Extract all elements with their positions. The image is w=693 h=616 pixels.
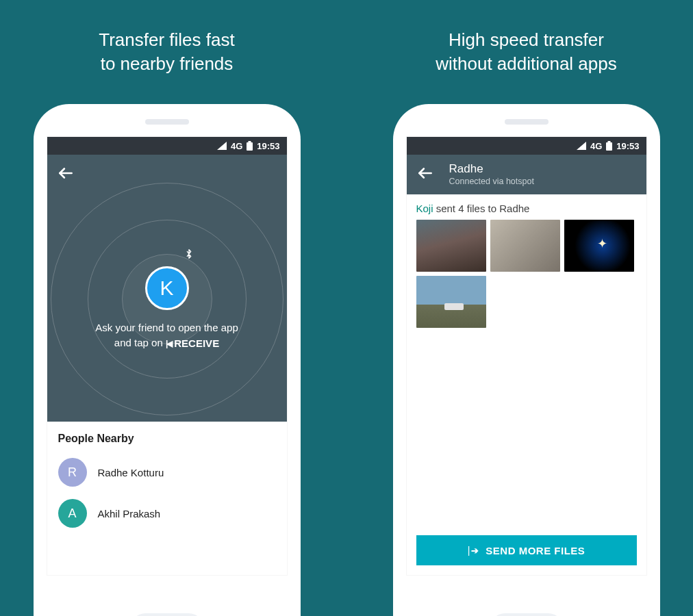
phone-screen-left: 4G 19:53 [47, 137, 287, 575]
radar-instruction-line1: Ask your friend to open the app [47, 320, 287, 336]
battery-icon [606, 141, 612, 151]
file-thumbnail[interactable] [416, 276, 486, 328]
status-time: 19:53 [257, 141, 279, 151]
appbar-subtitle: Connected via hotspot [449, 177, 534, 187]
send-more-files-label: SEND MORE FILES [486, 545, 585, 556]
radar-avatar: K [145, 266, 189, 310]
person-name: Akhil Prakash [98, 508, 161, 519]
radar-instruction: Ask your friend to open the app and tap … [47, 320, 287, 352]
svg-rect-0 [249, 141, 251, 142]
phone-screen-right: 4G 19:53 Radhe Connected via hotspot [407, 137, 646, 575]
home-button[interactable] [489, 613, 564, 616]
person-row[interactable]: R Radhe Kotturu [58, 452, 276, 493]
svg-rect-1 [247, 142, 253, 151]
person-name: Radhe Kotturu [98, 467, 164, 478]
appbar-title: Radhe [449, 162, 534, 176]
transfer-sender: Koji [416, 203, 433, 214]
send-more-files-button[interactable]: SEND MORE FILES [416, 535, 637, 565]
file-thumbnail[interactable] [416, 220, 486, 272]
radar-pane: K Ask your friend to open the app and ta… [47, 155, 287, 422]
send-icon [468, 545, 479, 556]
file-thumbnail[interactable] [490, 220, 560, 272]
person-avatar: R [58, 458, 87, 487]
status-bar: 4G 19:53 [47, 137, 287, 155]
bluetooth-icon [185, 248, 193, 261]
file-thumbnails [416, 220, 637, 328]
headline-left: Transfer files fast to nearby friends [99, 27, 234, 77]
transfer-summary: Koji sent 4 files to Radhe [416, 203, 637, 214]
signal-icon [217, 142, 227, 150]
back-button[interactable] [416, 164, 437, 185]
radar-receive-label: RECEIVE [166, 336, 219, 352]
people-nearby-title: People Nearby [58, 433, 276, 445]
battery-icon [247, 141, 253, 151]
radar-instruction-line2-prefix: and tap on [114, 337, 166, 348]
app-bar: Radhe Connected via hotspot [407, 155, 646, 194]
svg-rect-3 [608, 141, 611, 142]
signal-icon [577, 142, 586, 150]
people-nearby-section: People Nearby R Radhe Kotturu A Akhil Pr… [47, 422, 287, 575]
status-bar: 4G 19:53 [407, 137, 646, 155]
status-network-label: 4G [231, 141, 242, 151]
home-button[interactable] [129, 613, 205, 616]
file-thumbnail[interactable] [564, 220, 634, 272]
status-time: 19:53 [616, 141, 639, 151]
person-row[interactable]: A Akhil Prakash [58, 493, 276, 534]
transfer-pane: Koji sent 4 files to Radhe SEND MORE FIL… [407, 194, 646, 575]
transfer-summary-rest: sent 4 files to Radhe [433, 203, 530, 214]
back-button[interactable] [57, 164, 77, 185]
svg-rect-4 [606, 142, 612, 151]
phone-frame-left: 4G 19:53 [34, 104, 301, 616]
headline-right: High speed transfer without additional a… [436, 27, 617, 77]
phone-frame-right: 4G 19:53 Radhe Connected via hotspot [393, 104, 660, 616]
person-avatar: A [58, 499, 87, 528]
status-network-label: 4G [590, 141, 602, 151]
